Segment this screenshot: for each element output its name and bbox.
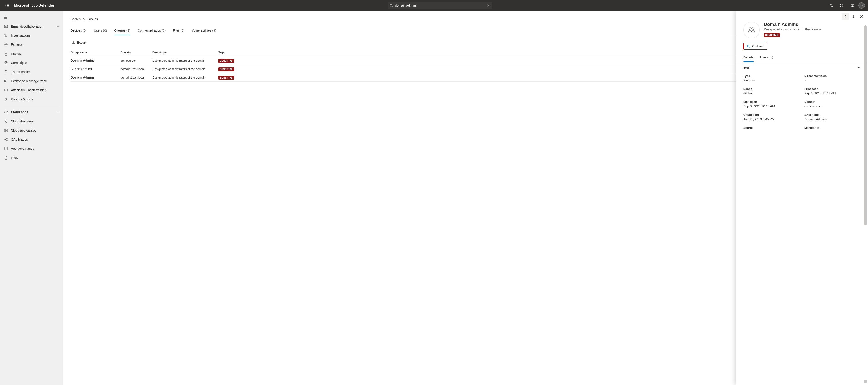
sidebar-item-label: Threat tracker bbox=[11, 70, 31, 74]
sensitive-badge: SENSITIVE bbox=[218, 67, 234, 71]
exchange-icon: E bbox=[4, 79, 8, 83]
svg-point-8 bbox=[8, 7, 9, 7]
sidebar-item-label: Investigations bbox=[11, 34, 30, 37]
tab-groups[interactable]: Groups (3) bbox=[114, 26, 130, 35]
search-clear-button[interactable] bbox=[487, 4, 490, 7]
scrollbar-thumb[interactable] bbox=[864, 26, 867, 226]
svg-point-3 bbox=[6, 5, 6, 6]
svg-point-54 bbox=[6, 140, 7, 141]
sidebar-item-review[interactable]: Review bbox=[0, 49, 63, 58]
sidebar-item-label: Files bbox=[11, 156, 18, 159]
catalog-icon bbox=[4, 128, 8, 132]
search-input[interactable] bbox=[395, 4, 487, 7]
panel-tab-details[interactable]: Details bbox=[743, 53, 754, 62]
breadcrumb-root[interactable]: Search bbox=[70, 17, 81, 21]
sidebar-section-cloud-apps[interactable]: Cloud apps bbox=[0, 108, 63, 117]
sidebar-item-attack-simulation-training[interactable]: Attack simulation training bbox=[0, 86, 63, 95]
search-icon bbox=[390, 4, 393, 7]
svg-point-40 bbox=[6, 99, 7, 100]
svg-rect-48 bbox=[5, 129, 6, 130]
sidebar-item-explorer[interactable]: Explorer bbox=[0, 40, 63, 49]
th-description[interactable]: Description bbox=[152, 51, 218, 54]
svg-point-42 bbox=[5, 100, 6, 100]
sidebar-item-campaigns[interactable]: Campaigns bbox=[0, 58, 63, 67]
global-search[interactable] bbox=[388, 2, 492, 9]
tab-connected-apps[interactable]: Connected apps (0) bbox=[137, 26, 165, 35]
svg-point-5 bbox=[8, 5, 9, 6]
governance-icon bbox=[4, 146, 8, 151]
flow-icon-button[interactable] bbox=[826, 0, 836, 11]
sidebar-item-label: Attack simulation training bbox=[11, 88, 46, 92]
cell-domain: domain1.test.local bbox=[121, 67, 152, 71]
svg-point-36 bbox=[5, 90, 5, 90]
nav-divider bbox=[4, 106, 59, 106]
svg-rect-50 bbox=[5, 130, 6, 132]
sidebar-item-label: Cloud app catalog bbox=[11, 128, 37, 132]
tab-devices[interactable]: Devices (0) bbox=[70, 26, 87, 35]
scroll-down-button[interactable] bbox=[864, 381, 867, 383]
cell-description: Designated administrators of the domain bbox=[152, 67, 218, 71]
export-button[interactable]: Export bbox=[70, 40, 87, 45]
help-button[interactable] bbox=[847, 0, 858, 11]
sidebar-item-cloud-discovery[interactable]: Cloud discovery bbox=[0, 117, 63, 126]
svg-point-2 bbox=[8, 4, 9, 4]
tab-vulnerabilities[interactable]: Vulnerabilities (3) bbox=[192, 26, 216, 35]
sensitive-badge: SENSITIVE bbox=[764, 33, 779, 37]
sidebar-item-cloud-app-catalog[interactable]: Cloud app catalog bbox=[0, 126, 63, 135]
cloud-icon bbox=[4, 110, 8, 114]
sidebar-item-oauth-apps[interactable]: OAuth apps bbox=[0, 135, 63, 144]
navigation-sidebar: Email & collaboration InvestigationsExpl… bbox=[0, 11, 63, 385]
sidebar-toggle-button[interactable] bbox=[0, 13, 11, 22]
close-icon bbox=[487, 4, 490, 7]
tab-files[interactable]: Files (0) bbox=[173, 26, 184, 35]
export-label: Export bbox=[77, 41, 86, 45]
field-created-on: Created on Jan 11, 2018 9:45 PM bbox=[743, 113, 800, 121]
panel-prev-button[interactable] bbox=[842, 13, 849, 20]
svg-rect-49 bbox=[6, 129, 7, 130]
panel-tabs: DetailsUsers (5) bbox=[736, 53, 868, 62]
field-sam-name: SAM name Domain Admins bbox=[804, 113, 861, 121]
svg-point-0 bbox=[6, 4, 6, 4]
th-tags[interactable]: Tags bbox=[218, 51, 237, 54]
field-member-of: Member of bbox=[804, 126, 861, 130]
panel-tab-users[interactable]: Users (5) bbox=[760, 53, 773, 62]
panel-next-button[interactable] bbox=[850, 13, 857, 20]
sidebar-item-policies-rules[interactable]: Policies & rules bbox=[0, 95, 63, 104]
sidebar-section-label: Cloud apps bbox=[11, 110, 28, 114]
sidebar-item-app-governance[interactable]: App governance bbox=[0, 144, 63, 153]
mail-icon bbox=[4, 24, 8, 29]
svg-point-38 bbox=[5, 98, 6, 99]
panel-scrollbar[interactable] bbox=[864, 26, 867, 383]
sim-icon bbox=[4, 88, 8, 92]
tab-users[interactable]: Users (0) bbox=[94, 26, 107, 35]
svg-point-14 bbox=[831, 6, 832, 7]
field-domain: Domain contoso.com bbox=[804, 100, 861, 108]
info-section-header[interactable]: Info bbox=[743, 62, 861, 71]
sidebar-item-investigations[interactable]: Investigations bbox=[0, 31, 63, 40]
go-hunt-button[interactable]: Go hunt bbox=[743, 43, 767, 50]
discovery-icon bbox=[4, 119, 8, 123]
sidebar-item-threat-tracker[interactable]: Threat tracker bbox=[0, 67, 63, 77]
app-launcher-button[interactable] bbox=[2, 0, 13, 11]
panel-close-button[interactable] bbox=[858, 13, 865, 20]
th-domain[interactable]: Domain bbox=[121, 51, 152, 54]
svg-line-23 bbox=[6, 35, 7, 36]
th-name[interactable]: Group Name bbox=[70, 51, 121, 54]
hamburger-icon bbox=[4, 16, 7, 19]
svg-point-4 bbox=[7, 5, 8, 6]
breadcrumb-current: Groups bbox=[87, 17, 98, 21]
svg-point-13 bbox=[829, 4, 830, 5]
svg-point-63 bbox=[748, 46, 749, 46]
sidebar-section-email-collab[interactable]: Email & collaboration bbox=[0, 22, 63, 31]
explorer-icon bbox=[4, 42, 8, 47]
chevron-up-icon bbox=[858, 66, 861, 70]
svg-rect-55 bbox=[5, 147, 7, 150]
sensitive-badge: SENSITIVE bbox=[218, 59, 234, 63]
sidebar-item-files[interactable]: Files bbox=[0, 153, 63, 162]
sidebar-item-label: App governance bbox=[11, 147, 34, 150]
user-avatar[interactable]: TA bbox=[859, 2, 865, 9]
sidebar-item-exchange-message-trace[interactable]: EExchange message trace bbox=[0, 77, 63, 86]
settings-button[interactable] bbox=[837, 0, 847, 11]
sidebar-item-label: Policies & rules bbox=[11, 97, 33, 101]
svg-point-6 bbox=[6, 7, 6, 7]
